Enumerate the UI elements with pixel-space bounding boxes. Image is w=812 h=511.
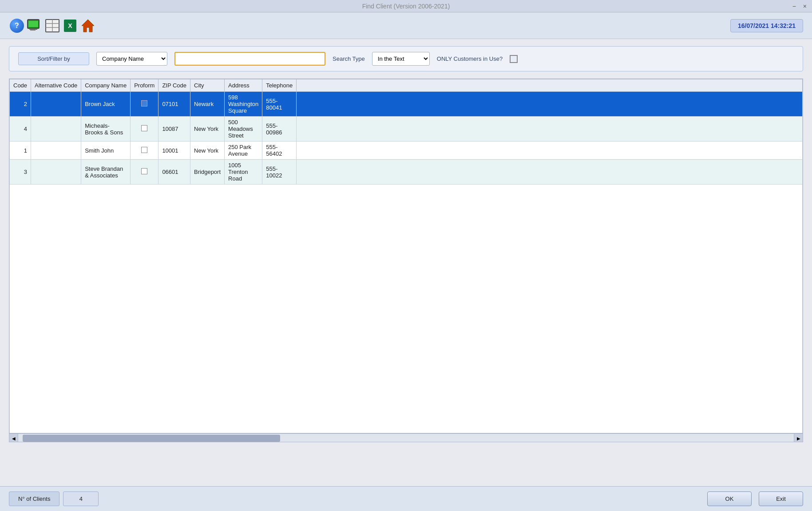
help-icon[interactable]: ? [9, 18, 25, 34]
col-header-code: Code [10, 79, 31, 92]
cell-address: 500 Meadows Street [225, 117, 262, 142]
cell-address: 598 Washington Square [225, 92, 262, 117]
excel-icon-inner: X [64, 20, 76, 32]
cell-zip-code: 06601 [158, 160, 190, 185]
excel-icon[interactable]: X [62, 18, 78, 34]
svg-rect-1 [29, 28, 37, 30]
sort-filter-select[interactable]: Company Name Code Alternative Code ZIP C… [96, 52, 167, 66]
cell-telephone: 555-00986 [262, 117, 297, 142]
cell-filler [297, 92, 803, 117]
toolbar-icons: ? X [9, 18, 96, 34]
col-header-city: City [190, 79, 225, 92]
proform-checkbox[interactable] [141, 100, 147, 106]
cell-code: 1 [10, 142, 31, 160]
proform-checkbox[interactable] [141, 168, 147, 174]
table-body: 2 Brown Jack 07101 Newark 598 Washington… [10, 92, 803, 185]
scroll-thumb [23, 435, 280, 442]
datetime-display: 16/07/2021 14:32:21 [730, 19, 803, 32]
col-header-telephone: Telephone [262, 79, 297, 92]
table-header-row: Code Alternative Code Company Name Profo… [10, 79, 803, 92]
search-input[interactable] [174, 52, 325, 66]
cell-company-name: Micheals-Brooks & Sons [81, 117, 131, 142]
col-header-proform: Proform [131, 79, 158, 92]
cell-address: 250 Park Avenue [225, 142, 262, 160]
col-header-zip-code: ZIP Code [158, 79, 190, 92]
cell-code: 3 [10, 160, 31, 185]
cell-code: 4 [10, 117, 31, 142]
cell-code: 2 [10, 92, 31, 117]
table-row[interactable]: 3 Steve Brandan & Associates 06601 Bridg… [10, 160, 803, 185]
close-button[interactable]: × [801, 3, 808, 10]
cell-zip-code: 10001 [158, 142, 190, 160]
cell-alt-code [31, 117, 81, 142]
svg-rect-2 [28, 21, 38, 27]
cell-company-name: Smith John [81, 142, 131, 160]
cell-telephone: 555-80041 [262, 92, 297, 117]
home-icon-svg [81, 19, 95, 33]
title-bar: Find Client (Version 2006-2021) − × [0, 0, 812, 12]
col-header-address: Address [225, 79, 262, 92]
proform-checkbox[interactable] [141, 147, 147, 153]
cell-proform [131, 142, 158, 160]
cell-zip-code: 10087 [158, 117, 190, 142]
cell-alt-code [31, 160, 81, 185]
col-header-alt-code: Alternative Code [31, 79, 81, 92]
col-header-company-name: Company Name [81, 79, 131, 92]
cell-filler [297, 117, 803, 142]
bottom-right: OK Exit [707, 491, 803, 506]
header-toolbar: ? X [0, 12, 812, 39]
filter-bar: Sort/Filter by Company Name Code Alterna… [9, 46, 803, 71]
clients-table: Code Alternative Code Company Name Profo… [9, 79, 803, 185]
empty-rows-area [9, 185, 803, 433]
cell-city: Bridgeport [190, 160, 225, 185]
search-type-label: Search Type [333, 55, 365, 62]
cell-company-name: Steve Brandan & Associates [81, 160, 131, 185]
cell-filler [297, 142, 803, 160]
cell-address: 1005 Trenton Road [225, 160, 262, 185]
cell-proform [131, 160, 158, 185]
clients-count-value: 4 [63, 491, 99, 506]
bottom-bar: N° of Clients 4 OK Exit [0, 486, 812, 511]
table-row[interactable]: 4 Micheals-Brooks & Sons 10087 New York … [10, 117, 803, 142]
col-header-filler [297, 79, 803, 92]
cell-city: New York [190, 142, 225, 160]
title-bar-controls: − × [791, 3, 808, 10]
cell-zip-code: 07101 [158, 92, 190, 117]
screen-icon[interactable] [27, 18, 43, 34]
minimize-button[interactable]: − [791, 3, 798, 10]
scroll-right-arrow[interactable]: ▶ [794, 434, 803, 442]
cell-alt-code [31, 142, 81, 160]
only-customers-checkbox[interactable] [510, 55, 518, 63]
svg-marker-8 [82, 20, 94, 32]
ok-button[interactable]: OK [707, 491, 752, 506]
cell-telephone: 555-10022 [262, 160, 297, 185]
main-content: Code Alternative Code Company Name Profo… [9, 79, 803, 433]
table-icon[interactable] [44, 18, 60, 34]
clients-count-label: N° of Clients [9, 491, 59, 506]
bottom-left: N° of Clients 4 [9, 491, 99, 506]
table-row[interactable]: 1 Smith John 10001 New York 250 Park Ave… [10, 142, 803, 160]
sort-filter-label: Sort/Filter by [18, 52, 89, 65]
cell-proform [131, 92, 158, 117]
cell-filler [297, 160, 803, 185]
cell-alt-code [31, 92, 81, 117]
screen-icon-svg [27, 19, 43, 33]
svg-rect-3 [30, 30, 36, 31]
search-type-select[interactable]: In the Text Starts With Exact Match [372, 52, 430, 66]
window-title: Find Client (Version 2006-2021) [362, 3, 450, 10]
exit-button[interactable]: Exit [759, 491, 803, 506]
proform-checkbox[interactable] [141, 125, 147, 131]
cell-proform [131, 117, 158, 142]
cell-telephone: 555-56402 [262, 142, 297, 160]
home-icon[interactable] [80, 18, 96, 34]
horizontal-scrollbar[interactable]: ◀ ▶ [9, 433, 803, 442]
scroll-left-arrow[interactable]: ◀ [9, 434, 18, 442]
only-customers-label: ONLY Customers in Use? [437, 55, 503, 62]
table-icon-svg [45, 19, 59, 32]
table-row[interactable]: 2 Brown Jack 07101 Newark 598 Washington… [10, 92, 803, 117]
cell-city: New York [190, 117, 225, 142]
help-icon-circle: ? [10, 19, 24, 33]
cell-city: Newark [190, 92, 225, 117]
cell-company-name: Brown Jack [81, 92, 131, 117]
